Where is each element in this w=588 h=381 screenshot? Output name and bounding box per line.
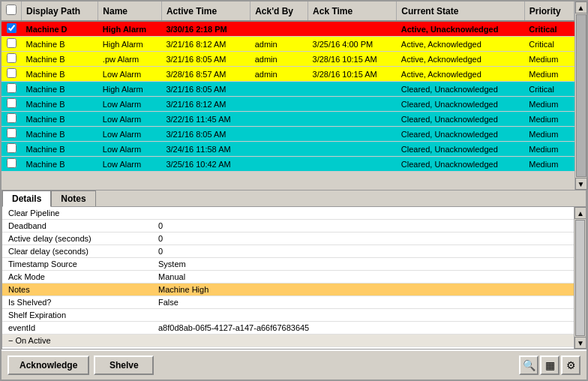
cell-active-time: 3/21/16 8:05 AM	[161, 52, 250, 67]
alarm-row[interactable]: Machine BLow Alarm3/22/16 11:45 AMCleare…	[2, 112, 574, 127]
alarm-row[interactable]: Machine DHigh Alarm3/30/16 2:18 PMActive…	[2, 21, 574, 37]
cell-current-state: Cleared, Unacknowledged	[397, 157, 524, 172]
cell-display-path: Machine B	[22, 52, 98, 67]
cell-priority: Critical	[524, 82, 574, 97]
cell-display-path: Machine B	[22, 97, 98, 112]
detail-value: Machine High	[152, 284, 574, 296]
cell-display-path: Machine B	[22, 82, 98, 97]
detail-label: Timestamp Source	[2, 258, 152, 271]
cell-display-path: Machine B	[22, 127, 98, 142]
row-checkbox[interactable]	[7, 143, 16, 153]
cell-active-time: 3/28/16 8:57 AM	[161, 67, 250, 82]
row-checkbox-cell[interactable]	[2, 52, 22, 67]
cell-active-time: 3/21/16 8:12 AM	[161, 97, 250, 112]
row-checkbox[interactable]	[7, 128, 16, 138]
cell-ackd-by: admin	[250, 52, 308, 67]
cell-priority: Medium	[524, 127, 574, 142]
detail-row: Deadband0	[2, 220, 574, 232]
detail-label: Clear delay (seconds)	[2, 245, 152, 258]
cell-display-path: Machine B	[22, 157, 98, 172]
cell-ack-time	[308, 21, 397, 37]
detail-label: Ack Mode	[2, 271, 152, 284]
row-checkbox[interactable]	[7, 68, 16, 78]
row-checkbox-cell[interactable]	[2, 37, 22, 52]
detail-row: Is Shelved?False	[2, 296, 574, 309]
row-checkbox-cell[interactable]	[2, 82, 22, 97]
row-checkbox[interactable]	[7, 83, 16, 93]
row-checkbox-cell[interactable]	[2, 97, 22, 112]
shelve-button[interactable]: Shelve	[94, 356, 154, 375]
cell-current-state: Active, Unacknowledged	[397, 21, 524, 37]
grid-icon-button[interactable]: ▦	[540, 356, 560, 375]
alarm-table-scrollbar[interactable]: ▲ ▼	[574, 2, 586, 190]
cell-priority: Critical	[524, 21, 574, 37]
bottom-right-icons: 🔍 ▦ ⚙	[519, 356, 580, 375]
select-all-checkbox[interactable]	[6, 4, 16, 15]
alarm-table-area: Display Path Name Active Time Ack'd By A…	[2, 2, 586, 190]
search-icon-button[interactable]: 🔍	[519, 356, 538, 375]
detail-row: Shelf Expiration	[2, 309, 574, 322]
alarm-row[interactable]: Machine BHigh Alarm3/21/16 8:05 AMCleare…	[2, 82, 574, 97]
row-checkbox[interactable]	[7, 23, 16, 33]
alarm-row[interactable]: Machine BLow Alarm3/21/16 8:05 AMCleared…	[2, 127, 574, 142]
bottom-left-buttons: Acknowledge Shelve	[8, 356, 154, 375]
detail-label: Is Shelved?	[2, 296, 152, 309]
cell-ackd-by	[250, 142, 308, 157]
cell-active-time: 3/21/16 8:05 AM	[161, 127, 250, 142]
detail-value: False	[152, 296, 574, 309]
detail-label: mode	[2, 347, 152, 349]
alarm-row[interactable]: Machine BLow Alarm3/28/16 8:57 AMadmin3/…	[2, 67, 574, 82]
scroll-up-btn[interactable]: ▲	[575, 2, 587, 14]
cell-active-time: 3/21/16 8:05 AM	[161, 82, 250, 97]
alarm-row[interactable]: Machine B.pw Alarm3/21/16 8:05 AMadmin3/…	[2, 52, 574, 67]
cell-ackd-by	[250, 157, 308, 172]
row-checkbox-cell[interactable]	[2, 157, 22, 172]
detail-value: Manual	[152, 271, 574, 284]
row-checkbox[interactable]	[7, 113, 16, 123]
row-checkbox-cell[interactable]	[2, 112, 22, 127]
scroll-thumb[interactable]	[576, 14, 586, 177]
cell-current-state: Cleared, Unacknowledged	[397, 97, 524, 112]
cell-current-state: Active, Acknowledged	[397, 67, 524, 82]
settings-icon-button[interactable]: ⚙	[561, 356, 580, 375]
cell-name: High Alarm	[98, 82, 162, 97]
alarm-row[interactable]: Machine BHigh Alarm3/21/16 8:12 AMadmin3…	[2, 37, 574, 52]
row-checkbox[interactable]	[7, 158, 16, 168]
detail-row: NotesMachine High	[2, 284, 574, 296]
row-checkbox[interactable]	[7, 53, 16, 63]
acknowledge-button[interactable]: Acknowledge	[8, 356, 89, 375]
tab-notes[interactable]: Notes	[51, 190, 95, 206]
row-checkbox-cell[interactable]	[2, 142, 22, 157]
row-checkbox-cell[interactable]	[2, 21, 22, 37]
details-scroll-thumb[interactable]	[575, 220, 585, 336]
detail-value: 0	[152, 232, 574, 245]
detail-value: 0	[152, 220, 574, 232]
col-name: Name	[98, 2, 162, 21]
details-scroll-down[interactable]: ▼	[574, 337, 586, 349]
row-checkbox-cell[interactable]	[2, 67, 22, 82]
detail-value: a8f0d8ab-06f5-4127-a147-a66f67683645	[152, 322, 574, 334]
cell-active-time: 3/30/16 2:18 PM	[161, 21, 250, 37]
cell-active-time: 3/22/16 11:45 AM	[161, 112, 250, 127]
select-all-header[interactable]	[2, 2, 22, 21]
cell-priority: Medium	[524, 67, 574, 82]
alarm-row[interactable]: Machine BLow Alarm3/25/16 10:42 AMCleare…	[2, 157, 574, 172]
details-scrollbar[interactable]: ▲ ▼	[574, 207, 586, 349]
details-table: Clear PipelineDeadband0Active delay (sec…	[2, 207, 574, 349]
scroll-down-btn[interactable]: ▼	[575, 178, 587, 190]
detail-value: Above Setpoint	[152, 347, 574, 349]
row-checkbox[interactable]	[7, 98, 16, 108]
cell-current-state: Cleared, Unacknowledged	[397, 82, 524, 97]
alarm-row[interactable]: Machine BLow Alarm3/24/16 11:58 AMCleare…	[2, 142, 574, 157]
details-scroll-up[interactable]: ▲	[574, 207, 586, 219]
detail-label: Clear Pipeline	[2, 207, 152, 220]
row-checkbox[interactable]	[7, 38, 16, 48]
detail-row: Active delay (seconds)0	[2, 232, 574, 245]
tab-details[interactable]: Details	[2, 190, 51, 207]
cell-name: Low Alarm	[98, 112, 162, 127]
detail-value	[152, 309, 574, 322]
cell-priority: Medium	[524, 52, 574, 67]
row-checkbox-cell[interactable]	[2, 127, 22, 142]
cell-priority: Medium	[524, 112, 574, 127]
alarm-row[interactable]: Machine BLow Alarm3/21/16 8:12 AMCleared…	[2, 97, 574, 112]
